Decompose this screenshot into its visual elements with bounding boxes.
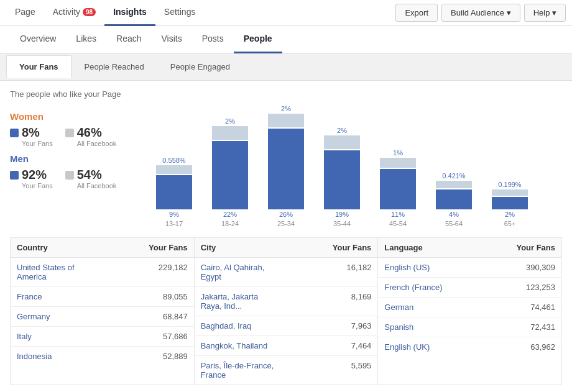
country-table-head: Country Your Fans	[11, 238, 194, 258]
nav-activity-label: Activity	[53, 7, 80, 17]
table-cell-name[interactable]: Jakarta, Jakarta Raya, Ind...	[195, 287, 286, 316]
activity-badge: 98	[83, 8, 96, 16]
men-bot-pct: 19%	[335, 211, 349, 218]
main-content: The people who like your Page Women 8% Y…	[0, 81, 572, 392]
table-row: Jakarta, Jakarta Raya, Ind...8,169	[195, 287, 378, 316]
table-cell-value: 68,847	[102, 307, 193, 326]
table-cell-name[interactable]: United States of America	[11, 258, 102, 286]
city-rows: Cairo, Al Qahirah, Egypt16,182Jakarta, J…	[195, 258, 378, 385]
nav-insights[interactable]: Insights	[104, 0, 155, 26]
men-bar	[436, 189, 472, 209]
tab-people-reached[interactable]: People Reached	[72, 55, 157, 78]
table-cell-value: 63,962	[470, 337, 561, 357]
subnav-likes-label: Likes	[76, 34, 96, 43]
age-label: 35-44	[333, 220, 351, 227]
table-row: German74,461	[378, 298, 561, 317]
men-bar	[212, 141, 248, 209]
top-nav: Page Activity 98 Insights Settings Expor…	[0, 0, 572, 26]
men-allfb-label: All Facebook	[77, 182, 117, 189]
table-cell-value: 72,431	[470, 317, 561, 337]
men-bot-pct: 4%	[449, 211, 459, 218]
table-cell-name[interactable]: Paris, Île-de-France, France	[195, 356, 286, 385]
table-cell-name[interactable]: German	[378, 298, 469, 317]
men-stats: 92% Your Fans 54% All Facebook	[10, 168, 147, 189]
country-col2-header: Your Fans	[102, 238, 193, 257]
language-rows: English (US)390,309French (France)123,25…	[378, 258, 561, 357]
city-table: City Your Fans Cairo, Al Qahirah, Egypt1…	[195, 237, 379, 385]
build-audience-button[interactable]: Build Audience ▾	[441, 4, 520, 22]
table-row: Bangkok, Thailand7,464	[195, 336, 378, 356]
subnav-reach-label: Reach	[116, 34, 141, 43]
tables-section: Country Your Fans United States of Ameri…	[10, 237, 562, 385]
subnav-visits-label: Visits	[162, 34, 182, 43]
women-fans-pct: 8%	[22, 125, 40, 140]
subnav-overview[interactable]: Overview	[10, 26, 66, 53]
tab-your-fans[interactable]: Your Fans	[6, 55, 72, 78]
table-row: France89,055	[11, 287, 194, 307]
men-allfb-block: 54% All Facebook	[65, 168, 117, 189]
men-bar	[380, 169, 416, 209]
table-cell-value: 390,309	[470, 258, 561, 277]
table-row: Paris, Île-de-France, France5,595	[195, 356, 378, 385]
section-title: The people who like your Page	[10, 89, 562, 99]
men-fans-label: Your Fans	[22, 182, 53, 189]
table-cell-name[interactable]: Indonesia	[11, 347, 102, 366]
table-row: Germany68,847	[11, 307, 194, 327]
nav-settings-label: Settings	[164, 7, 196, 17]
table-cell-name[interactable]: Italy	[11, 327, 102, 346]
nav-settings[interactable]: Settings	[155, 0, 205, 26]
subnav-people-label: People	[244, 34, 272, 43]
table-cell-name[interactable]: Baghdad, Iraq	[195, 316, 286, 335]
nav-activity[interactable]: Activity 98	[44, 0, 104, 26]
men-allfb-pct: 54%	[77, 168, 102, 182]
subnav-people[interactable]: People	[234, 26, 282, 53]
subnav-likes[interactable]: Likes	[66, 26, 106, 53]
men-bot-pct: 2%	[505, 211, 515, 218]
export-button[interactable]: Export	[395, 4, 438, 22]
country-table: Country Your Fans United States of Ameri…	[10, 237, 195, 385]
women-fans-swatch	[10, 129, 19, 137]
city-col2-header: Your Fans	[286, 238, 377, 257]
women-top-pct: 1%	[393, 149, 403, 157]
subnav-reach[interactable]: Reach	[106, 26, 151, 53]
table-cell-name[interactable]: English (UK)	[378, 337, 469, 357]
women-top-pct: 0.199%	[498, 181, 521, 188]
age-col: 0.199%2%65+	[482, 181, 537, 227]
age-label: 45-54	[389, 220, 407, 227]
men-bot-pct: 9%	[169, 211, 179, 218]
tab-your-fans-label: Your Fans	[19, 62, 58, 71]
age-col: 0.558%9%13-17	[147, 157, 201, 227]
men-bot-pct: 11%	[391, 211, 405, 218]
age-col: 2%22%18-24	[203, 117, 257, 227]
subnav-visits[interactable]: Visits	[152, 26, 192, 53]
table-cell-name[interactable]: Spanish	[378, 317, 469, 337]
table-cell-name[interactable]: France	[11, 287, 102, 306]
table-row: English (US)390,309	[378, 258, 561, 278]
women-top-pct: 0.558%	[162, 157, 185, 164]
age-label: 18-24	[221, 220, 239, 227]
table-cell-name[interactable]: Bangkok, Thailand	[195, 336, 286, 355]
women-fans-block: 8% Your Fans	[10, 125, 53, 147]
table-cell-value: 16,182	[286, 258, 377, 286]
table-cell-value: 7,963	[286, 316, 377, 335]
language-col1-header: Language	[378, 238, 469, 257]
table-cell-name[interactable]: Germany	[11, 307, 102, 326]
gender-stats: Women 8% Your Fans 46% All Facebook	[10, 105, 147, 227]
table-cell-value: 123,253	[470, 278, 561, 297]
table-cell-name[interactable]: English (US)	[378, 258, 469, 277]
women-allfb-block: 46% All Facebook	[65, 125, 117, 147]
age-label: 65+	[504, 220, 516, 227]
table-cell-name[interactable]: Cairo, Al Qahirah, Egypt	[195, 258, 286, 286]
women-allfb-swatch	[65, 129, 74, 137]
city-col1-header: City	[195, 238, 286, 257]
subnav-posts[interactable]: Posts	[192, 26, 234, 53]
help-button[interactable]: Help ▾	[524, 4, 566, 22]
women-bar	[324, 135, 360, 149]
city-table-head: City Your Fans	[195, 238, 378, 258]
table-cell-name[interactable]: French (France)	[378, 278, 469, 297]
table-cell-value: 52,889	[102, 347, 193, 366]
tab-people-engaged[interactable]: People Engaged	[157, 55, 243, 78]
nav-page[interactable]: Page	[6, 0, 44, 26]
women-bar	[492, 189, 528, 196]
women-allfb-pct: 46%	[77, 125, 102, 140]
